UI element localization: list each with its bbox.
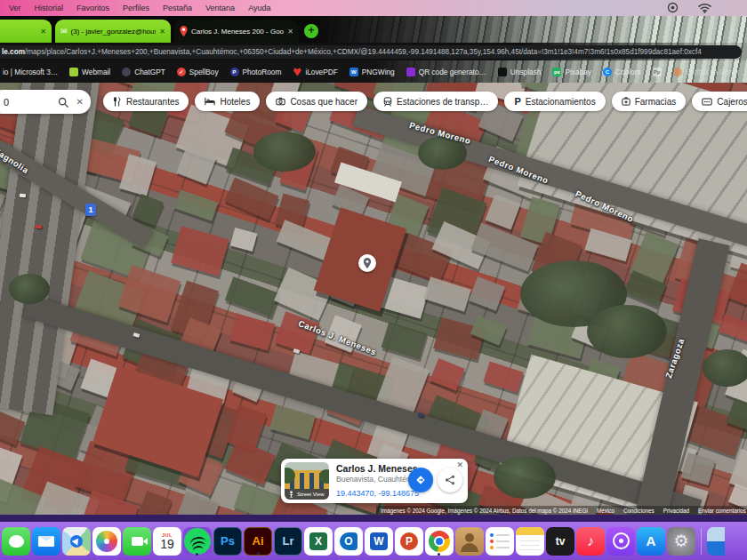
dock-podcasts[interactable] <box>606 527 635 556</box>
url-path: /maps/place/Carlos+J.+Meneses+200,+Buena… <box>25 48 702 56</box>
card-close-icon[interactable]: ✕ <box>456 460 463 469</box>
dock-notes[interactable] <box>516 527 544 556</box>
link-privacy[interactable]: Privacidad <box>663 508 689 514</box>
bookmark-scribbr[interactable]: Scribbr IA Gener… <box>673 68 747 76</box>
directions-button[interactable] <box>408 468 433 492</box>
map-building <box>224 178 279 220</box>
map-building <box>469 276 506 311</box>
dock-spotify[interactable] <box>183 527 212 556</box>
dock-lightroom[interactable]: Lr <box>274 527 302 556</box>
tab-close-icon[interactable]: ✕ <box>159 28 165 36</box>
screen-record-icon[interactable] <box>667 2 679 13</box>
menu-ventana[interactable]: Ventana <box>205 4 235 12</box>
bookmark-pp[interactable]: Pp <box>653 68 662 76</box>
chatgpt-icon <box>122 68 131 76</box>
dock-photos[interactable] <box>92 527 121 556</box>
chip-cosas-que-hacer[interactable]: Cosas que hacer <box>266 92 367 111</box>
browser-tabstrip: ✕ ✉ (3) - javier_gonzalez@house ✕ Carlos… <box>0 16 747 43</box>
dock-illustrator[interactable]: Ai <box>244 527 272 556</box>
dock-settings[interactable]: ⚙ <box>667 527 695 556</box>
tab-close-icon[interactable]: ✕ <box>40 28 46 36</box>
trees <box>703 349 747 387</box>
search-input[interactable]: 0 <box>4 97 58 108</box>
menu-ayuda[interactable]: Ayuda <box>248 4 270 12</box>
place-marker-icon[interactable] <box>358 254 376 272</box>
scribbr-icon <box>673 68 682 76</box>
bookmark-coolors[interactable]: CCoolors <box>603 68 641 76</box>
chip-restaurantes[interactable]: Restaurantes <box>103 92 189 111</box>
dock-contacts[interactable] <box>455 527 484 556</box>
search-icon[interactable] <box>58 97 68 108</box>
map-building <box>485 194 520 229</box>
menu-historial[interactable]: Historial <box>35 4 64 12</box>
chip-cajeros[interactable]: Cajeros automáticos <box>692 92 747 111</box>
map-building <box>173 491 220 515</box>
bookmark-unsplash[interactable]: Unsplash <box>498 68 542 76</box>
tab-webmail[interactable]: ✉ (3) - javier_gonzalez@house ✕ <box>55 20 171 43</box>
dock-facetime[interactable] <box>123 527 151 556</box>
maps-search-box[interactable]: 0 ✕ <box>0 90 91 114</box>
dock-reminders[interactable] <box>486 527 514 556</box>
chip-estacionamientos[interactable]: P Estacionamientos <box>504 92 605 111</box>
chip-estaciones-transporte[interactable]: Estaciones de transp… <box>374 92 498 111</box>
dock-messages[interactable] <box>2 527 30 556</box>
address-bar[interactable]: le.com/maps/place/Carlos+J.+Meneses+200,… <box>0 45 742 59</box>
wifi-icon[interactable] <box>698 3 711 13</box>
map-building <box>719 314 747 345</box>
map-building <box>423 277 471 312</box>
link-feedback[interactable]: Enviar comentarios <box>698 508 746 514</box>
heart-icon <box>293 68 301 76</box>
street-view-thumbnail[interactable]: Street View <box>285 462 329 500</box>
menu-favoritos[interactable]: Favoritos <box>76 4 109 12</box>
menu-perfiles[interactable]: Perfiles <box>123 4 149 12</box>
clear-search-icon[interactable]: ✕ <box>76 97 84 107</box>
dock-word[interactable]: W <box>365 527 393 556</box>
menu-ver[interactable]: Ver <box>9 4 21 12</box>
dock-appletv[interactable]: tv <box>546 527 574 556</box>
google-maps-3d-view[interactable]: Magnolia Pedro Moreno Pedro Moreno Pedro… <box>0 83 747 515</box>
bookmark-pngwing[interactable]: WPNGWing <box>349 68 395 76</box>
new-tab-button[interactable]: + <box>304 24 318 38</box>
dock-maps[interactable] <box>62 527 91 556</box>
map-building <box>134 491 173 515</box>
dock-outlook[interactable]: O <box>334 527 363 556</box>
pinwheel-icon <box>96 531 117 552</box>
desktop-wallpaper-strip <box>0 515 747 522</box>
dock-chrome[interactable] <box>425 527 454 556</box>
share-button[interactable] <box>438 468 462 492</box>
dock-calendar[interactable]: JUL19 <box>153 527 181 556</box>
map-building <box>430 358 465 391</box>
bookmark-chatgpt[interactable]: ChatGPT <box>122 68 165 76</box>
map-building <box>269 405 316 440</box>
bookmark-photoroom[interactable]: PPhotoRoom <box>230 68 282 76</box>
chip-hoteles[interactable]: Hoteles <box>195 92 260 111</box>
route-1-badge: 1 <box>85 204 96 216</box>
tab-google-maps-active[interactable]: Carlos J. Meneses 200 - Goo ✕ <box>174 20 299 43</box>
menu-pestana[interactable]: Pestaña <box>163 4 192 12</box>
tab-close-icon[interactable]: ✕ <box>287 28 293 36</box>
dock-photoshop[interactable]: Ps <box>213 527 242 556</box>
bookmarks-bar: io | Microsoft 3… Webmail ChatGPT ✓Spell… <box>0 60 747 83</box>
bookmark-microsoft[interactable]: io | Microsoft 3… <box>3 68 58 76</box>
dock-mail[interactable] <box>32 527 60 556</box>
dock-appstore[interactable]: A <box>637 527 665 556</box>
trees <box>494 456 556 499</box>
bookmark-webmail[interactable]: Webmail <box>69 68 110 76</box>
share-icon <box>445 475 455 485</box>
bookmark-ilovepdf[interactable]: iLovePDF <box>293 68 337 76</box>
spotify-icon <box>184 528 211 555</box>
bookmark-pixabay[interactable]: pxPixabay <box>552 68 591 76</box>
bookmark-spellboy[interactable]: ✓SpellBoy <box>177 68 219 76</box>
dock-music[interactable]: ♪ <box>576 527 605 556</box>
map-attribution: Imágenes © 2024 Google, Imágenes © 2024 … <box>376 506 747 515</box>
dock-finder-partial[interactable] <box>707 527 725 556</box>
link-terms[interactable]: Condiciones <box>623 508 655 514</box>
bookmark-qr-generator[interactable]: QR code generato… <box>406 68 486 76</box>
chip-farmacias[interactable]: Farmacias <box>612 92 687 111</box>
dock-powerpoint[interactable]: P <box>395 527 423 556</box>
place-coordinates-link[interactable]: 19.443470, -99.148675 <box>336 489 419 498</box>
mail-tab-icon: ✉ <box>60 28 68 36</box>
dock-excel[interactable]: X <box>304 527 333 556</box>
tab-1[interactable]: ✕ <box>0 20 52 43</box>
link-region[interactable]: México <box>597 508 614 514</box>
